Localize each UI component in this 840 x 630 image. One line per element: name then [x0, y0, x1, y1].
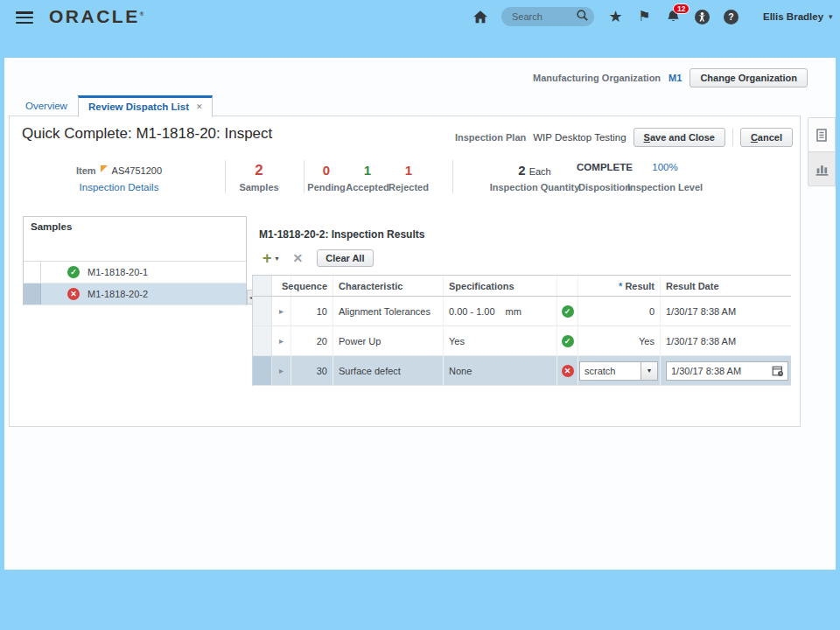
tab-review-dispatch-list[interactable]: Review Dispatch List ✕	[78, 95, 213, 117]
combobox-dropdown-icon[interactable]: ▾	[640, 361, 658, 381]
header-status	[557, 276, 578, 296]
header-characteristic: Characteristic	[333, 276, 444, 296]
tab-label: Review Dispatch List	[88, 102, 189, 112]
regional-task-panel	[808, 117, 836, 186]
favorites-star-icon[interactable]: ★	[607, 9, 624, 25]
accepted-status-icon: ✓	[562, 305, 574, 318]
quantity-value: 2	[518, 162, 525, 178]
notification-count-badge: 12	[673, 4, 690, 15]
header-result-date: Result Date	[661, 276, 792, 296]
accepted-status-icon: ✓	[562, 335, 574, 347]
global-header: ORACLE® ★ ⚑ 12 ? Ellis Bradley ▾	[0, 0, 840, 58]
accessibility-icon[interactable]	[694, 9, 710, 25]
date-picker-icon[interactable]	[772, 365, 784, 377]
samples-count: 2	[255, 162, 262, 178]
sequence-value: 10	[291, 297, 333, 326]
row-gutter	[24, 284, 41, 304]
result-input[interactable]	[579, 361, 640, 381]
expand-row-icon[interactable]: ▸	[279, 306, 284, 316]
search-input[interactable]	[512, 11, 576, 22]
header-sequence: Sequence	[291, 276, 333, 296]
header-gutter	[253, 276, 272, 296]
row-gutter	[253, 356, 272, 385]
summary-rejected: 1 Rejected	[382, 162, 435, 192]
help-icon[interactable]: ?	[723, 9, 739, 25]
add-row-dropdown-icon[interactable]: ▾	[276, 255, 279, 262]
inspection-plan-value: WIP Desktop Testing	[533, 132, 626, 143]
quantity-unit: Each	[529, 166, 551, 177]
characteristic-value: Alignment Tolerances	[333, 297, 444, 326]
home-icon[interactable]	[472, 9, 488, 25]
specification-value: None	[444, 356, 557, 385]
org-label: Manufacturing Organization	[533, 73, 661, 83]
inspection-details-link[interactable]: Inspection Details	[80, 182, 159, 192]
navigation-menu-icon[interactable]	[16, 11, 33, 24]
row-gutter	[24, 262, 41, 283]
changed-indicator-icon	[101, 165, 108, 172]
sample-id: M1-1818-20-1	[88, 267, 148, 277]
user-menu[interactable]: Ellis Bradley ▾	[763, 11, 833, 22]
user-name: Ellis Bradley	[763, 11, 823, 22]
sequence-value: 20	[291, 326, 333, 355]
sample-id: M1-1818-20-2	[88, 289, 148, 299]
item-label: Item	[76, 165, 96, 176]
cancel-button[interactable]: Cancel	[740, 128, 793, 147]
result-value: Yes	[578, 326, 661, 355]
uom-value: mm	[506, 306, 522, 317]
inspection-level-link[interactable]: 100%	[652, 162, 677, 172]
result-date-value: 1/30/17 8:38 AM	[661, 326, 792, 355]
summary-item: Item AS4751200 Inspection Details	[27, 162, 211, 192]
rejected-count: 1	[405, 162, 412, 178]
change-organization-button[interactable]: Change Organization	[690, 68, 808, 88]
bar-chart-icon	[815, 162, 830, 177]
specification-value: Yes	[444, 326, 557, 355]
expand-row-icon[interactable]: ▸	[279, 336, 284, 346]
organization-bar: Manufacturing Organization M1 Change Org…	[533, 68, 808, 88]
summary-level: 100% Inspection Level	[621, 162, 709, 192]
page-title: Quick Complete: M1-1818-20: Inspect	[22, 125, 272, 143]
accepted-status-icon: ✓	[67, 266, 80, 278]
tab-bar: Overview Review Dispatch List ✕	[15, 94, 213, 116]
search-box	[501, 7, 594, 26]
search-icon[interactable]	[576, 9, 589, 25]
samples-panel-title: Samples	[24, 217, 246, 236]
tab-close-icon[interactable]: ✕	[196, 102, 203, 111]
registered-mark: ®	[140, 11, 144, 17]
quick-complete-panel: Quick Complete: M1-1818-20: Inspect Insp…	[9, 116, 801, 427]
rejected-status-icon: ✕	[67, 288, 80, 300]
characteristic-value: Power Up	[333, 326, 444, 355]
button-divider	[732, 129, 733, 146]
expand-row-icon[interactable]: ▸	[279, 366, 284, 375]
table-row: ▸ 10 Alignment Tolerances 0.00 - 1.00mm …	[253, 297, 791, 326]
samples-panel: Samples ✓ M1-1818-20-1 ✕ M1-1818-20-2	[23, 216, 247, 305]
row-gutter	[253, 326, 272, 355]
header-result: *Result	[578, 276, 661, 296]
header-specifications: Specifications	[444, 276, 557, 296]
save-and-close-button[interactable]: Save and Close	[634, 128, 725, 147]
tab-overview[interactable]: Overview	[15, 95, 78, 116]
delete-row-icon[interactable]: ✕	[293, 251, 304, 265]
clear-all-button[interactable]: Clear All	[317, 249, 373, 267]
sample-list-item-selected[interactable]: ✕ M1-1818-20-2	[24, 284, 246, 305]
document-icon	[815, 128, 829, 143]
rejected-status-icon: ✕	[562, 365, 574, 377]
org-value-link[interactable]: M1	[668, 73, 682, 83]
sequence-value: 30	[291, 356, 333, 385]
sample-list-item[interactable]: ✓ M1-1818-20-1	[24, 262, 246, 284]
summary-divider	[452, 160, 453, 193]
samples-list: ✓ M1-1818-20-1 ✕ M1-1818-20-2	[24, 261, 246, 305]
details-panel-button[interactable]	[808, 117, 836, 152]
charts-panel-button[interactable]	[808, 151, 836, 186]
row-gutter	[253, 297, 272, 326]
chevron-down-icon: ▾	[829, 12, 833, 21]
result-combobox: ▾	[579, 361, 658, 381]
accepted-count: 1	[364, 162, 371, 178]
results-table-header: Sequence Characteristic Specifications *…	[253, 275, 791, 297]
results-title: M1-1818-20-2: Inspection Results	[259, 228, 424, 241]
pending-count: 0	[323, 162, 330, 178]
watchlist-flag-icon[interactable]: ⚑	[636, 9, 653, 25]
result-date-input[interactable]	[666, 361, 788, 381]
required-icon: *	[619, 281, 622, 291]
add-row-icon[interactable]: +	[262, 250, 272, 266]
notifications-bell-icon[interactable]: 12	[665, 9, 682, 25]
